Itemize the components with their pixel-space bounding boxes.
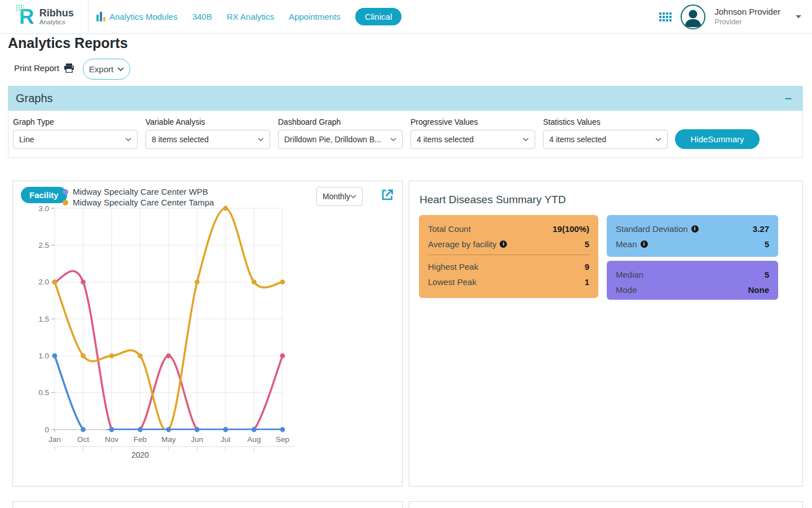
nav-item-clinical[interactable]: Clinical <box>355 8 401 25</box>
year-axis-label: 2020 <box>131 450 149 459</box>
dashboard-graph-label: Dashboard Graph <box>278 117 403 126</box>
nav-item-rx-analytics[interactable]: RX Analytics <box>227 12 274 21</box>
svg-text:1.0: 1.0 <box>38 352 49 360</box>
chart-legend: Midway Specialty Care Center WPBMidway S… <box>63 186 214 208</box>
chevron-down-icon <box>523 138 529 142</box>
summary-title: Heart Diseases Summary YTD <box>420 194 566 206</box>
brand-subtitle: Analytics <box>39 19 74 25</box>
stat-divider <box>428 255 589 255</box>
svg-text:Jun: Jun <box>191 435 204 444</box>
next-row-card-left <box>12 501 403 508</box>
print-report-button[interactable]: Print Report <box>14 60 74 76</box>
progressive-values-label: Progressive Values <box>411 117 535 126</box>
ribhus-logo-icon: R <box>19 6 34 27</box>
variable-analysis-label: Variable Analysis <box>145 117 270 126</box>
svg-text:May: May <box>161 435 176 444</box>
svg-text:Jul: Jul <box>220 435 230 444</box>
summary-card: Heart Diseases Summary YTD Total Count19… <box>409 181 803 487</box>
person-icon <box>682 6 704 28</box>
chevron-down-icon <box>390 138 396 142</box>
stat-card-purple: Median5ModeNone <box>607 261 778 300</box>
graph-type-select[interactable]: Line <box>13 130 138 149</box>
legend-item[interactable]: Midway Specialty Care Center Tampa <box>63 197 214 208</box>
info-icon[interactable]: i <box>641 240 648 248</box>
expand-icon[interactable] <box>381 188 394 202</box>
stat-row: ModeNone <box>616 282 769 297</box>
period-select[interactable]: Monthly <box>316 187 363 206</box>
user-name: Johnson Provider <box>714 7 780 17</box>
stat-row: Median5 <box>616 267 769 282</box>
top-nav: R Ribhus Analytics Analytics Modules340B… <box>0 0 812 34</box>
svg-text:0: 0 <box>45 426 49 434</box>
chevron-down-icon[interactable] <box>795 15 802 19</box>
next-row-card-right <box>409 501 803 508</box>
facility-chart-card: 00.51.01.52.02.53.0JanOctNovFebMayJunJul… <box>12 181 403 487</box>
stat-row: Lowest Peak1 <box>428 274 589 290</box>
legend-dot-icon <box>63 189 68 195</box>
collapse-minus-icon[interactable]: – <box>785 93 792 104</box>
hide-summary-button[interactable]: HideSummary <box>675 129 760 149</box>
nav-items: Analytics Modules340BRX AnalyticsAppoint… <box>96 8 401 25</box>
svg-text:Feb: Feb <box>134 435 147 444</box>
svg-text:Oct: Oct <box>77 435 89 444</box>
graphs-panel-title: Graphs <box>16 92 53 105</box>
stat-card-orange: Total Count19(100%)Average by facilityi5… <box>419 215 598 298</box>
user-role: Provider <box>714 17 780 27</box>
stat-row: Meani5 <box>616 237 769 252</box>
brand[interactable]: R Ribhus Analytics <box>0 0 89 34</box>
chevron-down-icon <box>350 195 356 199</box>
page-title: Analytics Reports <box>8 35 128 51</box>
statistics-values-select[interactable]: 4 items selected <box>543 130 668 149</box>
export-button[interactable]: Export <box>83 59 130 80</box>
stat-card-blue: Standard Deviationi3.27Meani5 <box>607 215 778 257</box>
stat-row: Average by facilityi5 <box>428 237 589 252</box>
facility-badge[interactable]: Facility <box>21 187 67 203</box>
graphs-filter-bar: Graph TypeLineVariable Analysis8 items s… <box>8 111 803 158</box>
svg-text:Aug: Aug <box>247 435 261 444</box>
bar-chart-icon <box>96 12 105 21</box>
user-menu[interactable]: Johnson Provider Provider <box>714 7 780 27</box>
chevron-down-icon <box>125 138 131 142</box>
chevron-down-icon <box>258 138 264 142</box>
svg-text:3.0: 3.0 <box>38 204 49 213</box>
graph-type-label: Graph Type <box>13 117 138 126</box>
logo-dots-decoration <box>16 5 24 11</box>
stat-row: Highest Peak9 <box>428 259 589 274</box>
graphs-panel-header[interactable]: Graphs – <box>8 86 803 111</box>
statistics-values-label: Statistics Values <box>543 117 668 126</box>
info-icon[interactable]: i <box>500 240 507 248</box>
legend-item[interactable]: Midway Specialty Care Center WPB <box>63 186 214 197</box>
svg-text:1.5: 1.5 <box>38 315 49 323</box>
chevron-down-icon <box>117 67 124 72</box>
line-chart: 00.51.01.52.02.53.0JanOctNovFebMayJunJul… <box>13 181 402 486</box>
svg-text:Sep: Sep <box>276 435 289 444</box>
progressive-values-select[interactable]: 4 items selected <box>411 130 535 149</box>
brand-name: Ribhus <box>39 8 74 19</box>
stat-row: Standard Deviationi3.27 <box>616 221 769 237</box>
apps-grid-icon[interactable] <box>659 12 672 21</box>
variable-analysis-select[interactable]: 8 items selected <box>145 130 270 149</box>
user-avatar[interactable] <box>681 5 705 29</box>
stat-row: Total Count19(100%) <box>428 221 589 237</box>
nav-item-340b[interactable]: 340B <box>192 12 212 21</box>
svg-text:Nov: Nov <box>105 435 118 444</box>
info-icon[interactable]: i <box>691 225 699 233</box>
nav-item-appointments[interactable]: Appointments <box>289 12 341 21</box>
chevron-down-icon <box>655 138 661 142</box>
svg-text:2.5: 2.5 <box>38 241 49 249</box>
dashboard-graph-select[interactable]: Drilldown Pie, Drilldown B... <box>278 130 403 149</box>
svg-text:2.0: 2.0 <box>38 278 49 286</box>
svg-text:Jan: Jan <box>48 435 61 444</box>
printer-icon <box>64 63 74 73</box>
svg-text:0.5: 0.5 <box>38 388 49 397</box>
period-select-value: Monthly <box>323 192 350 201</box>
legend-dot-icon <box>63 200 68 205</box>
nav-item-analytics-modules[interactable]: Analytics Modules <box>96 12 178 21</box>
